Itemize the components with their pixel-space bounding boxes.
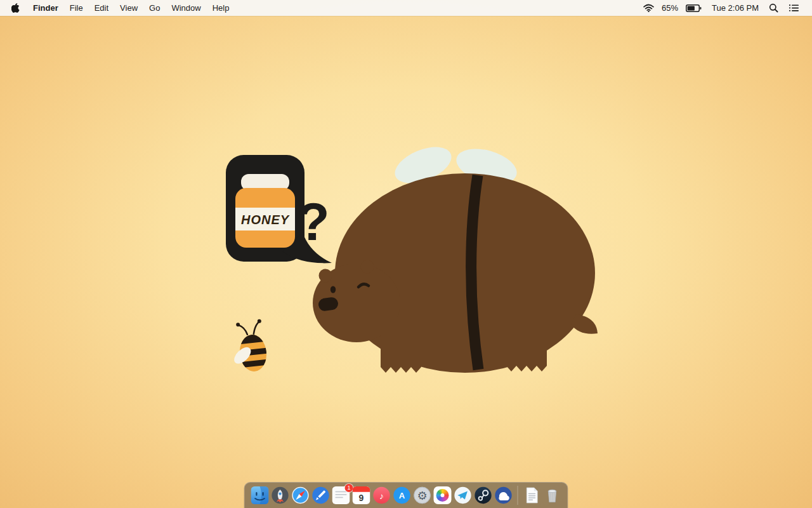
- wifi-icon[interactable]: [638, 0, 659, 16]
- menubar: Finder File Edit View Go Window Help 65%: [0, 0, 812, 16]
- spotlight-icon[interactable]: [764, 0, 783, 16]
- desktop: Finder File Edit View Go Window Help 65%: [0, 0, 812, 508]
- notification-center-icon[interactable]: [783, 0, 804, 16]
- menubar-item-finder[interactable]: Finder: [27, 0, 64, 16]
- dock-separator: [518, 486, 518, 505]
- dock-icon-finder[interactable]: [251, 486, 269, 504]
- dock-icon-trash[interactable]: [544, 486, 561, 504]
- bear-wings: [390, 140, 521, 190]
- menubar-item-go[interactable]: Go: [143, 0, 166, 16]
- dock-icon-pencil-app[interactable]: [312, 486, 330, 504]
- dock-icon-calendar[interactable]: 9: [353, 486, 370, 504]
- appstore-letter: A: [399, 491, 405, 500]
- battery-icon[interactable]: [681, 0, 707, 16]
- gear-glyph: ⚙: [417, 490, 427, 502]
- bee: [228, 319, 269, 374]
- battery-percent: 65%: [659, 0, 681, 16]
- question-mark: ?: [297, 192, 329, 251]
- music-note-glyph: ♪: [379, 491, 384, 501]
- menubar-item-edit[interactable]: Edit: [89, 0, 114, 16]
- calendar-day: 9: [359, 493, 364, 503]
- apple-logo-icon: [11, 3, 20, 13]
- menubar-left: Finder File Edit View Go Window Help: [8, 0, 235, 16]
- bear: [313, 173, 598, 373]
- honey-label: HONEY: [241, 213, 290, 227]
- menubar-item-window[interactable]: Window: [166, 0, 206, 16]
- honey-jar: HONEY: [235, 174, 295, 248]
- dock-icon-app-store[interactable]: A: [393, 486, 411, 504]
- wallpaper-illustration: HONEY ?: [0, 0, 812, 508]
- menubar-item-help[interactable]: Help: [207, 0, 235, 16]
- dock-icon-photos[interactable]: [434, 486, 452, 504]
- speech-bubble: HONEY ?: [226, 155, 332, 263]
- menubar-clock[interactable]: Tue 2:06 PM: [707, 0, 764, 16]
- dock-icon-safari[interactable]: [292, 486, 310, 504]
- dock-icon-textedit[interactable]: [523, 486, 541, 504]
- menubar-right: 65% Tue 2:06 PM: [638, 0, 804, 16]
- menubar-item-file[interactable]: File: [64, 0, 89, 16]
- dock-icon-system-preferences[interactable]: ⚙: [414, 486, 431, 504]
- dock-icon-cloud-app[interactable]: [495, 486, 513, 504]
- bear-face: [318, 284, 369, 312]
- dock-icon-steam[interactable]: [475, 486, 492, 504]
- apple-menu[interactable]: [8, 0, 27, 16]
- dock-icon-launchpad[interactable]: [272, 486, 289, 504]
- dock-icon-mail[interactable]: 1: [332, 486, 350, 504]
- dock-icon-chat-app[interactable]: [454, 486, 472, 504]
- dock: 1 9 ♪ A: [244, 482, 568, 508]
- dock-icon-itunes[interactable]: ♪: [373, 486, 391, 504]
- photos-pinwheel-icon: [434, 486, 452, 504]
- menubar-item-view[interactable]: View: [114, 0, 143, 16]
